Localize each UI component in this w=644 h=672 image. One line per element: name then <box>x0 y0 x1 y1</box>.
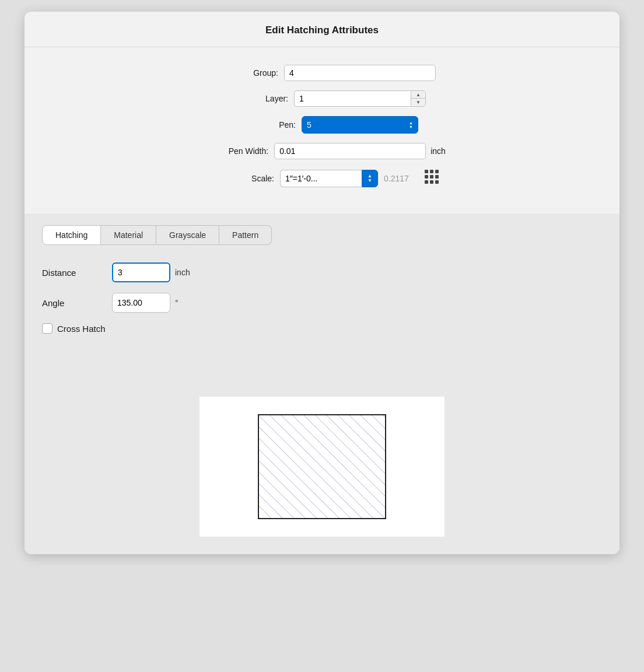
scale-dropdown-button[interactable]: ▲▼ <box>362 170 378 187</box>
pen-select-container: 5 ▲ ▼ <box>302 116 418 134</box>
hatching-preview <box>258 414 386 519</box>
pen-width-row: Pen Width: inch <box>48 143 596 159</box>
pen-width-unit: inch <box>430 146 446 156</box>
svg-rect-6 <box>425 180 428 184</box>
distance-input[interactable] <box>112 262 170 282</box>
pen-value: 5 <box>307 120 312 130</box>
group-input[interactable] <box>284 65 436 81</box>
scale-label: Scale: <box>204 174 274 183</box>
scale-select-container: 1″=1′-0... ▲▼ <box>280 170 378 187</box>
pen-width-label: Pen Width: <box>198 146 268 156</box>
svg-rect-3 <box>425 175 428 178</box>
pen-label: Pen: <box>226 120 296 130</box>
svg-rect-8 <box>435 180 439 184</box>
preview-area <box>24 391 620 554</box>
pen-width-input[interactable] <box>274 143 426 159</box>
cross-hatch-checkbox[interactable] <box>42 323 52 334</box>
pen-row: Pen: 5 ▲ ▼ <box>48 116 596 134</box>
layer-stepper: ▲ ▼ <box>411 90 426 107</box>
scale-numeric-value: 0.2117 <box>384 174 419 183</box>
scale-chevron-icon: ▲▼ <box>368 174 372 183</box>
layer-label: Layer: <box>218 94 288 103</box>
dialog-title: Edit Hatching Attributes <box>36 24 608 36</box>
scale-grid-icon[interactable] <box>424 169 440 188</box>
tab-hatching[interactable]: Hatching <box>42 225 101 245</box>
svg-rect-5 <box>435 175 439 178</box>
edit-hatching-dialog: Edit Hatching Attributes Group: Layer: ▲… <box>24 12 620 554</box>
layer-increment-button[interactable]: ▲ <box>411 91 425 99</box>
tabs-area: Hatching Material Grayscale Pattern <box>24 214 620 245</box>
scale-select[interactable]: 1″=1′-0... <box>280 170 362 187</box>
tab-content-hatching: Distance inch Angle ° Cross Hatch <box>24 245 620 391</box>
cross-hatch-label: Cross Hatch <box>57 324 106 334</box>
pen-select[interactable]: 5 ▲ ▼ <box>302 116 418 134</box>
cross-hatch-row: Cross Hatch <box>42 323 602 334</box>
distance-label: Distance <box>42 268 112 278</box>
title-bar: Edit Hatching Attributes <box>24 12 620 47</box>
group-row: Group: <box>48 65 596 81</box>
layer-stepper-wrap: ▲ ▼ <box>294 90 426 107</box>
scale-value-text: 1″=1′-0... <box>285 174 317 183</box>
svg-rect-7 <box>430 180 433 184</box>
layer-row: Layer: ▲ ▼ <box>48 90 596 107</box>
scale-row: Scale: 1″=1′-0... ▲▼ 0.2117 <box>48 169 596 188</box>
tab-grayscale[interactable]: Grayscale <box>156 225 219 245</box>
layer-input[interactable] <box>294 90 411 107</box>
svg-rect-1 <box>430 170 433 173</box>
form-area: Group: Layer: ▲ ▼ Pen: 5 ▲ <box>24 47 620 214</box>
svg-rect-2 <box>435 170 439 173</box>
tab-bar: Hatching Material Grayscale Pattern <box>42 225 602 245</box>
tab-pattern[interactable]: Pattern <box>219 225 272 245</box>
angle-unit: ° <box>175 298 178 307</box>
svg-rect-10 <box>259 415 385 518</box>
pen-chevrons-icon: ▲ ▼ <box>409 121 413 129</box>
distance-row: Distance inch <box>42 262 602 282</box>
svg-rect-4 <box>430 175 433 178</box>
angle-input[interactable] <box>112 293 170 313</box>
group-label: Group: <box>208 68 278 78</box>
angle-row: Angle ° <box>42 293 602 313</box>
svg-rect-0 <box>425 170 428 173</box>
preview-container <box>200 397 444 537</box>
distance-unit: inch <box>175 268 190 277</box>
tab-material[interactable]: Material <box>101 225 156 245</box>
layer-decrement-button[interactable]: ▼ <box>411 99 425 106</box>
angle-label: Angle <box>42 298 112 308</box>
